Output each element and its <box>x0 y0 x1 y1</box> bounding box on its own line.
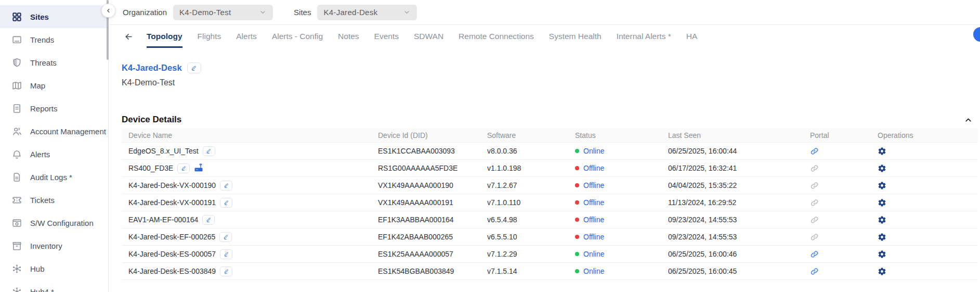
column-header-device-name: Device Name <box>122 131 378 139</box>
sidebar-item-tickets[interactable]: Tickets <box>0 188 108 211</box>
sidebar-item-sites[interactable]: Sites <box>0 5 108 28</box>
pencil-icon <box>224 251 229 257</box>
device-row-k4-jared-desk-ef-000265: K4-Jared-Desk-EF-000265EF1K42ABAAB000265… <box>122 228 978 246</box>
tab-remote-connections[interactable]: Remote Connections <box>459 25 534 48</box>
sidebar-item-account-management[interactable]: Account Management <box>0 120 108 143</box>
software-version: v7.1.0.110 <box>487 198 520 207</box>
status-label: Online <box>583 250 604 258</box>
portal-link-icon[interactable] <box>810 215 819 224</box>
tab-alerts-config[interactable]: Alerts - Config <box>272 25 323 48</box>
collapse-section-chevron-up-icon[interactable] <box>964 116 973 124</box>
main-content: TopologyFlightsAlertsAlerts - ConfigNote… <box>109 25 980 292</box>
sidebar-item-audit-logs[interactable]: Audit Logs * <box>0 166 108 188</box>
operations-gear-icon[interactable] <box>878 267 886 276</box>
hub-icon <box>11 286 22 292</box>
portal-link-icon[interactable] <box>810 267 819 276</box>
device-id: ES1K54BGBAB003849 <box>378 267 454 275</box>
sidebar-item-reports[interactable]: Reports <box>0 97 108 120</box>
edit-device-name-button[interactable] <box>220 198 232 208</box>
device-details-header: Device Details <box>122 115 977 125</box>
map-icon <box>11 80 22 91</box>
portal-link-icon[interactable] <box>810 198 819 207</box>
monitor-icon <box>11 34 22 45</box>
device-name: K4-Jared-Desk-ES-003849 <box>128 267 216 275</box>
status-label: Online <box>583 147 604 155</box>
edit-device-name-button[interactable] <box>219 232 232 242</box>
software-version: v7.1.2.29 <box>487 250 517 258</box>
edit-device-name-button[interactable] <box>202 215 215 225</box>
site-name-link[interactable]: K4-Jared-Desk <box>122 63 182 73</box>
last-seen: 06/17/2025, 16:32:41 <box>668 164 737 172</box>
edit-site-name-button[interactable] <box>187 62 201 73</box>
operations-gear-icon[interactable] <box>878 233 886 242</box>
edit-device-name-button[interactable] <box>220 266 232 276</box>
status-label: Online <box>583 267 604 275</box>
device-name: K4-Jared-Desk-VX-000191 <box>128 198 216 207</box>
edit-device-name-button[interactable] <box>220 181 232 191</box>
tab-internal-alerts[interactable]: Internal Alerts * <box>617 25 671 48</box>
operations-gear-icon[interactable] <box>878 215 886 224</box>
portal-link-icon[interactable] <box>810 164 819 173</box>
back-arrow-icon[interactable] <box>124 32 134 42</box>
sites-select[interactable]: K4-Jared-Desk <box>317 5 417 20</box>
section-title: Device Details <box>122 115 181 125</box>
operations-gear-icon[interactable] <box>878 250 886 259</box>
edit-device-name-button[interactable] <box>203 146 215 156</box>
organization-select[interactable]: K4-Demo-Test <box>173 5 273 20</box>
sidebar-nav: SitesTrendsThreatsMapReportsAccount Mana… <box>0 5 108 292</box>
status-dot-online <box>575 252 579 256</box>
device-id: VX1K49AAAAA000191 <box>378 198 453 207</box>
sidebar-item-map[interactable]: Map <box>0 74 108 97</box>
device-row-k4-jared-desk-es-003849: K4-Jared-Desk-ES-003849ES1K54BGBAB003849… <box>122 263 978 280</box>
sites-label: Sites <box>294 8 311 17</box>
operations-gear-icon[interactable] <box>878 164 886 173</box>
operations-gear-icon[interactable] <box>878 147 886 156</box>
sidebar-item-threats[interactable]: Threats <box>0 51 108 74</box>
tab-bar: TopologyFlightsAlertsAlerts - ConfigNote… <box>109 25 980 48</box>
top-bar: Organization K4-Demo-Test Sites K4-Jared… <box>109 0 980 25</box>
status-dot-online <box>575 149 579 153</box>
status-dot-offline <box>575 166 579 170</box>
column-header-operations: Operations <box>878 131 978 139</box>
status-dot-online <box>575 269 579 273</box>
sidebar-item-label: Sites <box>30 12 49 21</box>
edit-device-name-button[interactable] <box>220 249 232 259</box>
device-id: EF1K3AABBAA000164 <box>378 215 454 224</box>
portal-link-icon[interactable] <box>810 181 819 190</box>
sidebar-item-trends[interactable]: Trends <box>0 28 108 51</box>
tab-topology[interactable]: Topology <box>147 25 182 48</box>
operations-gear-icon[interactable] <box>878 198 886 207</box>
pencil-icon <box>181 166 187 171</box>
tab-alerts[interactable]: Alerts <box>236 25 257 48</box>
pencil-icon <box>224 183 229 188</box>
status-label: Offline <box>583 198 604 207</box>
portal-link-icon[interactable] <box>810 250 819 259</box>
operations-gear-icon[interactable] <box>878 181 886 190</box>
chevron-down-icon <box>259 8 267 16</box>
device-row-eav1-am-ef-000164: EAV1-AM-EF-000164EF1K3AABBAA000164v6.5.4… <box>122 211 978 228</box>
portal-link-icon[interactable] <box>810 233 819 242</box>
tab-notes[interactable]: Notes <box>338 25 359 48</box>
sidebar-item-hub4[interactable]: Hub4 * <box>0 280 108 292</box>
users-icon <box>11 126 22 137</box>
tab-system-health[interactable]: System Health <box>549 25 602 48</box>
sidebar-collapse-button[interactable] <box>101 4 115 18</box>
table-header-row: Device NameDevice Id (DID)SoftwareStatus… <box>122 129 978 143</box>
sidebar-item-alerts[interactable]: Alerts <box>0 143 108 166</box>
tab-events[interactable]: Events <box>374 25 399 48</box>
tab-ha[interactable]: HA <box>686 25 698 48</box>
pencil-icon <box>206 148 212 154</box>
tab-flights[interactable]: Flights <box>198 25 221 48</box>
sidebar-item-label: Hub <box>30 264 45 273</box>
pencil-icon <box>206 217 212 223</box>
sidebar-item-hub[interactable]: Hub <box>0 257 108 280</box>
edit-device-name-button[interactable] <box>177 163 190 173</box>
pencil-icon <box>224 269 229 274</box>
portal-link-icon[interactable] <box>810 147 819 156</box>
sidebar-item-inventory[interactable]: Inventory <box>0 234 108 257</box>
sidebar-item-s-w-configuration[interactable]: S/W Configuration <box>0 211 108 234</box>
shield-icon <box>11 57 22 68</box>
tab-sdwan[interactable]: SDWAN <box>414 25 443 48</box>
report-icon <box>11 103 22 114</box>
device-row-rs400-fd3e: RS400_FD3ERS1G00AAAAAA5FD3Ev1.1.0.198Off… <box>122 160 978 177</box>
